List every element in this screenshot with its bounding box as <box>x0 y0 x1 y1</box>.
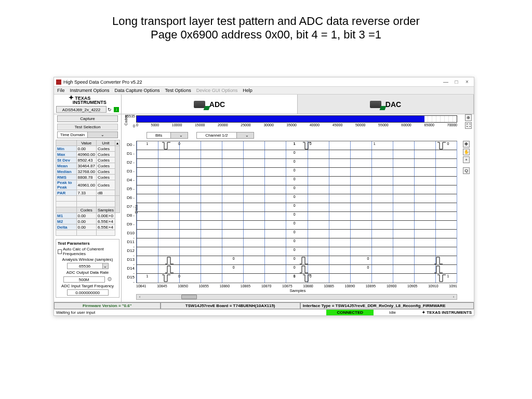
menubar: File Instrument Options Data Capture Opt… <box>54 87 474 95</box>
bit-row: D6 -0 <box>137 194 457 203</box>
test-params-title: Test Parameters <box>58 241 117 246</box>
stat-unit: dB <box>96 190 115 196</box>
scroll-right-icon[interactable]: › <box>450 295 457 299</box>
tab-dac[interactable]: DAC <box>298 95 474 114</box>
capture-button[interactable]: Capture <box>57 115 118 122</box>
slide-title: Long transport layer test pattern and AD… <box>0 0 532 42</box>
scroll-left-icon[interactable]: ‹ <box>137 295 143 299</box>
close-button[interactable]: × <box>462 79 472 85</box>
stat-unit: Codes <box>96 157 115 163</box>
stat-name: PAR <box>56 190 77 196</box>
adc-output-rate-label: ADC Output Data Rate <box>58 270 117 275</box>
bit-row: D14 -000 <box>137 265 457 274</box>
tool-cursor-icon[interactable]: ✥ <box>463 141 470 148</box>
ti-logo: ✦TEXAS INSTRUMENTS <box>69 96 107 104</box>
bits-mode-select[interactable]: Bits⌄ <box>147 132 188 139</box>
stat-name: St Dev <box>56 157 77 163</box>
test-selection-label: Test Selection <box>57 124 118 130</box>
horizontal-scrollbar[interactable]: ‹ › <box>136 294 457 300</box>
stat-name: Peak to Peak <box>56 180 77 190</box>
minimize-button[interactable]: — <box>441 79 450 85</box>
bit-label: D12 - <box>125 248 135 258</box>
bits-xlabel: Samples <box>124 288 472 293</box>
stat-value: 8808.78 <box>76 175 96 180</box>
titlebar: High Speed Data Converter Pro v5.22 — □ … <box>54 77 474 87</box>
bit-label: D3 - <box>125 169 135 174</box>
menu-instrument-options[interactable]: Instrument Options <box>70 88 110 93</box>
chevron-down-icon: ⌄ <box>87 132 117 138</box>
bit-row: D4 -0 <box>137 177 457 185</box>
stat-value: 32768.00 <box>76 169 96 175</box>
device-select[interactable]: ADS54J69_2x_4222 <box>56 106 107 113</box>
bit-row: D15 -010101 <box>137 274 457 283</box>
channel-select[interactable]: Channel 1/2⌄ <box>196 132 254 139</box>
stat-unit: Codes <box>96 175 115 180</box>
window-title: High Speed Data Converter Pro v5.22 <box>63 79 441 85</box>
adc-target-freq-label: ADC Input Target Frequency <box>58 284 117 288</box>
bit-row: D5 -0 <box>137 185 457 194</box>
tool-zoom-icon[interactable]: ⊕ <box>465 114 472 121</box>
stat-value: 40960.00 <box>76 152 96 157</box>
analysis-window-label: Analysis Window (samples) <box>58 257 117 262</box>
connection-status: CONNECTED <box>326 310 374 315</box>
stat-name: Median <box>56 169 77 175</box>
gear-icon[interactable]: ⚙ <box>107 276 112 283</box>
bit-label: D2 - <box>125 160 135 165</box>
statusbar-info: Firmware Version = "0.6" TSW14J57revE Bo… <box>54 302 474 309</box>
bit-label: D15 - <box>125 275 135 284</box>
scrollbar-thumb[interactable] <box>181 295 197 299</box>
bit-row: D7 -0 <box>137 203 457 212</box>
idle-status: Idle <box>374 310 411 315</box>
maximize-button[interactable]: □ <box>451 79 461 85</box>
analysis-window-select[interactable]: 65536⌄ <box>67 263 109 269</box>
bit-row: D13 -000 <box>137 256 457 265</box>
sidebar: Capture Test Selection Time Domain⌄ Valu… <box>54 114 122 302</box>
chip-icon <box>194 101 205 108</box>
marker-name: M2 <box>56 219 77 224</box>
bit-label: D10 - <box>125 231 135 240</box>
bit-label: D7 - <box>125 204 135 209</box>
time-domain-select[interactable]: Time Domain⌄ <box>57 131 118 138</box>
stat-name: RMS <box>56 175 77 180</box>
auto-calc-checkbox[interactable]: Auto Calc of Coherent Frequencies <box>58 247 117 256</box>
interface-type: Interface Type = TSW14J57revE_DDR_RxOnly… <box>300 302 474 309</box>
adc-target-freq-input[interactable]: 0.000000000 <box>67 289 109 296</box>
bit-row: D9 -0 <box>137 221 457 230</box>
bit-label: D1 - <box>125 151 135 156</box>
tab-adc[interactable]: ADC <box>122 95 298 114</box>
marker-name: M1 <box>56 213 77 219</box>
bit-label: D6 - <box>125 195 135 200</box>
firmware-version: Firmware Version = "0.6" <box>54 302 161 309</box>
bit-label: D13 - <box>125 257 135 267</box>
stat-name: Mean <box>56 163 77 169</box>
reload-icon[interactable]: ↻ <box>108 107 113 112</box>
stat-value: 30464.87 <box>76 163 96 169</box>
tool-expand-icon[interactable]: ⛶ <box>465 122 472 129</box>
stat-name: Max <box>56 152 77 157</box>
overview-data <box>137 116 424 122</box>
adc-output-rate-input[interactable]: 500M <box>63 276 105 283</box>
menu-help[interactable]: Help <box>243 88 252 93</box>
tool-reset-icon[interactable]: Q <box>463 167 470 174</box>
bit-label: D5 - <box>125 187 135 191</box>
bit-row: D8 -0 <box>137 212 457 221</box>
bit-label: D4 - <box>125 178 135 182</box>
menu-data-capture-options[interactable]: Data Capture Options <box>115 88 160 93</box>
stats-table: ValueUnit▴ Min0.00CodesMax40960.00CodesS… <box>56 140 120 236</box>
stat-value: 0.00 <box>76 146 96 152</box>
stat-value: 8502.43 <box>76 157 96 163</box>
bit-chart: Data D0 -1101010D1 -0D2 -0D3 -0D4 -0D5 -… <box>136 141 457 283</box>
menu-test-options[interactable]: Test Options <box>165 88 191 93</box>
bit-row: D11 -0 <box>137 238 457 247</box>
menu-file[interactable]: File <box>57 88 65 93</box>
stat-unit: Codes <box>96 152 115 157</box>
bit-label: D0 - <box>125 142 135 147</box>
tool-plus-icon[interactable]: + <box>463 156 470 163</box>
bit-row: D0 -1101010 <box>137 141 457 150</box>
stat-unit: Codes <box>96 163 115 169</box>
tool-hand-icon[interactable]: ✋ <box>463 149 470 155</box>
marker-name: Delta <box>56 224 77 230</box>
chip-icon <box>370 101 381 108</box>
download-icon[interactable]: ↓ <box>114 107 119 112</box>
bit-label: D9 - <box>125 222 135 227</box>
